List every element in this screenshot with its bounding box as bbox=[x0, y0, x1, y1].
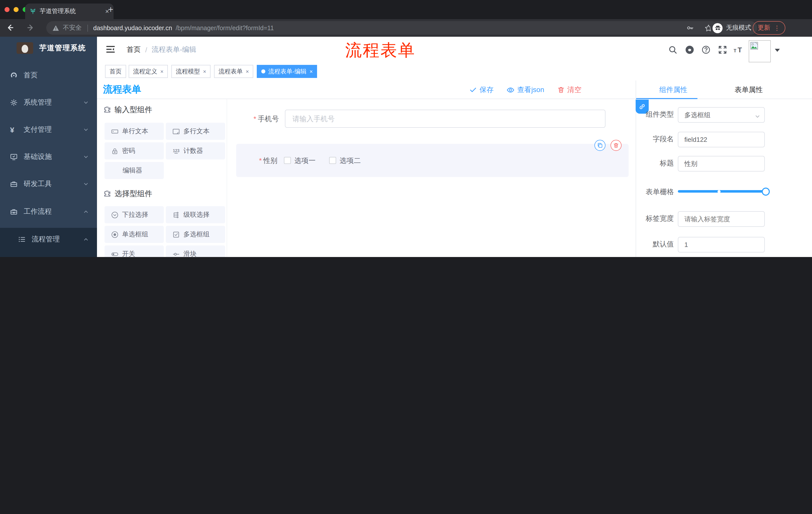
palette-item-password[interactable]: 密码 bbox=[105, 142, 164, 159]
palette-item-checkbox-group[interactable]: 多选框组 bbox=[166, 226, 225, 243]
copy-icon bbox=[597, 142, 603, 148]
trash-icon bbox=[613, 142, 619, 148]
favicon-plant-icon bbox=[30, 8, 36, 15]
chevron-down-icon bbox=[83, 127, 89, 133]
phone-field-label: 手机号 bbox=[258, 115, 279, 123]
checkbox-icon bbox=[172, 231, 180, 238]
avatar-dropdown-caret-icon[interactable] bbox=[775, 49, 780, 52]
fullscreen-icon[interactable] bbox=[718, 45, 727, 54]
slider-handle[interactable] bbox=[762, 187, 770, 195]
palette-item-textarea[interactable]: 多行文本 bbox=[166, 123, 225, 140]
gender-field-label: 性别 bbox=[263, 156, 278, 164]
form-canvas[interactable]: *手机号 请输入手机号 *性别 选项一 选项二 bbox=[227, 99, 636, 257]
dashboard-icon bbox=[10, 72, 18, 79]
copy-component-button[interactable] bbox=[594, 140, 606, 151]
gender-option2-label[interactable]: 选项二 bbox=[340, 144, 361, 177]
tag-home[interactable]: 首页 bbox=[105, 65, 126, 78]
breadcrumb-home[interactable]: 首页 bbox=[127, 45, 141, 54]
page-title: 流程表单 bbox=[103, 80, 141, 99]
default-value-input[interactable] bbox=[678, 237, 765, 252]
address-bar[interactable]: 不安全 dashboard.yudao.iocoder.cn/bpm/manag… bbox=[46, 21, 719, 35]
chevron-down-icon bbox=[755, 114, 760, 119]
save-button[interactable]: 保存 bbox=[469, 85, 494, 94]
help-icon[interactable] bbox=[701, 45, 710, 54]
component-type-select[interactable]: 多选框组 bbox=[678, 107, 765, 123]
form-grid-slider[interactable] bbox=[678, 190, 768, 193]
selected-component-gender[interactable]: *性别 选项一 选项二 bbox=[236, 144, 629, 177]
tab-form-props[interactable]: 表单属性 bbox=[711, 80, 786, 99]
clear-button[interactable]: 清空 bbox=[557, 85, 581, 94]
new-tab-button[interactable]: + bbox=[108, 4, 113, 15]
palette-item-editor[interactable]: 编辑器 bbox=[105, 162, 164, 179]
palette-item-slider[interactable]: 滑块 bbox=[166, 245, 225, 257]
pay-icon: ¥ bbox=[10, 126, 14, 134]
palette-item-switch[interactable]: 开关 bbox=[105, 245, 164, 257]
gender-option1-label[interactable]: 选项一 bbox=[294, 144, 316, 177]
close-window-button[interactable] bbox=[4, 7, 9, 12]
app-logo: 芋道管理系统 bbox=[17, 42, 86, 54]
close-icon[interactable]: × bbox=[246, 69, 249, 75]
font-size-icon[interactable]: TT bbox=[734, 45, 745, 54]
select-icon bbox=[111, 211, 119, 218]
phone-field-input[interactable]: 请输入手机号 bbox=[285, 110, 606, 128]
sidebar-item-workflow[interactable]: 工作流程 bbox=[0, 202, 97, 222]
tag-process-form-edit[interactable]: 流程表单-编辑 × bbox=[257, 65, 317, 78]
sidebar-item-devtools[interactable]: 研发工具 bbox=[0, 174, 97, 194]
search-icon[interactable] bbox=[668, 45, 677, 54]
github-icon[interactable] bbox=[685, 45, 694, 55]
back-icon[interactable] bbox=[5, 23, 14, 32]
chevron-down-icon bbox=[83, 154, 89, 160]
delete-component-button[interactable] bbox=[610, 140, 621, 151]
view-json-button[interactable]: 查看json bbox=[507, 85, 544, 94]
url-path: /bpm/manager/form/edit?formId=11 bbox=[176, 24, 274, 31]
tag-process-definition[interactable]: 流程定义 × bbox=[128, 65, 168, 78]
title-input[interactable] bbox=[678, 156, 765, 171]
sidebar-item-pay[interactable]: ¥ 支付管理 bbox=[0, 120, 97, 140]
tags-view: 首页 流程定义 × 流程模型 × 流程表单 × 流程表单-编辑 × bbox=[97, 63, 812, 81]
browser-tab[interactable]: 芋道管理系统 × bbox=[25, 3, 114, 19]
gender-option2-checkbox[interactable] bbox=[329, 157, 336, 164]
close-icon[interactable]: × bbox=[203, 69, 206, 75]
app-header: 首页 / 流程表单-编辑 流程表单 TT bbox=[97, 37, 812, 63]
sidebar-item-home[interactable]: 首页 bbox=[0, 65, 97, 85]
puzzle-icon bbox=[103, 106, 111, 114]
key-icon[interactable] bbox=[686, 24, 694, 32]
counter-icon: 123 bbox=[172, 147, 180, 155]
field-name-input[interactable] bbox=[678, 132, 765, 147]
default-value-label: 默认值 bbox=[636, 240, 674, 249]
avatar[interactable] bbox=[749, 40, 771, 62]
browser-menu-icon[interactable]: ⋮ bbox=[774, 24, 780, 32]
tag-process-model[interactable]: 流程模型 × bbox=[171, 65, 211, 78]
label-width-input[interactable] bbox=[678, 211, 765, 227]
cascader-icon bbox=[172, 211, 180, 218]
sidebar-item-process-manage[interactable]: 流程管理 bbox=[0, 229, 97, 249]
minimize-window-button[interactable] bbox=[13, 7, 19, 12]
url-host: dashboard.yudao.iocoder.cn bbox=[93, 24, 172, 31]
palette-item-counter[interactable]: 123 计数器 bbox=[166, 142, 225, 159]
update-button[interactable]: 更新 ⋮ bbox=[753, 21, 785, 35]
sidebar-item-infra[interactable]: 基础设施 bbox=[0, 147, 97, 167]
sidebar-item-system[interactable]: 系统管理 bbox=[0, 92, 97, 113]
sidebar-item-process-form[interactable]: 流程表单 bbox=[0, 255, 97, 257]
collapse-sidebar-icon[interactable] bbox=[106, 44, 116, 54]
palette-item-select[interactable]: 下拉选择 bbox=[105, 206, 164, 223]
breadcrumb-separator: / bbox=[145, 46, 147, 54]
tag-process-form[interactable]: 流程表单 × bbox=[214, 65, 254, 78]
phone-placeholder: 请输入手机号 bbox=[292, 115, 335, 123]
palette-item-single-text[interactable]: 单行文本 bbox=[105, 123, 164, 140]
component-type-label: 组件类型 bbox=[636, 110, 674, 119]
close-icon[interactable]: × bbox=[310, 69, 313, 75]
tab-component-props[interactable]: 组件属性 bbox=[636, 80, 711, 99]
label-width-label: 标签宽度 bbox=[636, 214, 674, 223]
palette-item-cascader[interactable]: 级联选择 bbox=[166, 206, 225, 223]
forward-icon[interactable] bbox=[26, 23, 35, 32]
gender-option1-checkbox[interactable] bbox=[284, 157, 291, 164]
tools-icon bbox=[10, 180, 18, 188]
close-icon[interactable]: × bbox=[160, 69, 164, 75]
svg-text:123: 123 bbox=[173, 148, 180, 153]
select-components-grid: 下拉选择 级联选择 单选框组 多选框组 开关 bbox=[105, 206, 225, 257]
panel-tabs: 组件属性 表单属性 bbox=[636, 80, 812, 99]
section-input-components: 输入型组件 bbox=[103, 105, 152, 115]
slider-icon bbox=[172, 250, 180, 257]
palette-item-radio-group[interactable]: 单选框组 bbox=[105, 226, 164, 243]
